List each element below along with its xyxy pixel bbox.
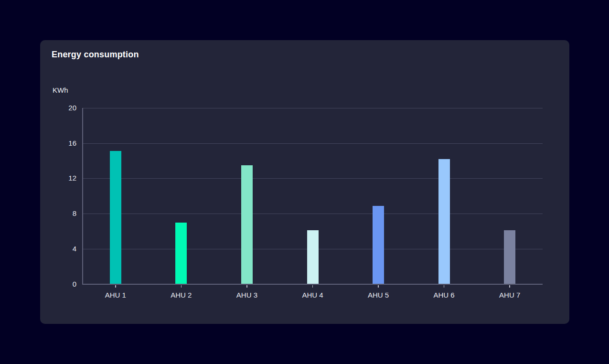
y-axis-tick-label: 0 <box>40 279 76 289</box>
dashboard-background: Energy consumption KWh 048121620AHU 1AHU… <box>0 0 609 364</box>
energy-bar-chart: KWh 048121620AHU 1AHU 2AHU 3AHU 4AHU 5AH… <box>40 40 569 324</box>
y-axis-tick-label: 12 <box>40 173 76 183</box>
gridline <box>83 178 543 179</box>
gridline <box>83 108 543 108</box>
x-axis-tick <box>181 285 182 288</box>
x-axis-label: AHU 6 <box>411 291 477 299</box>
x-axis-tick <box>509 285 510 288</box>
bar-ahu-1[interactable] <box>110 151 121 284</box>
x-axis-label: AHU 7 <box>477 291 543 299</box>
y-axis-unit-label: KWh <box>53 86 68 94</box>
bar-ahu-3[interactable] <box>241 165 253 284</box>
bar-ahu-7[interactable] <box>504 230 515 284</box>
x-axis-tick <box>115 285 116 288</box>
x-axis-tick <box>378 285 379 288</box>
gridline <box>83 143 543 144</box>
y-axis-tick-label: 4 <box>40 244 76 254</box>
x-axis-tick <box>246 285 247 288</box>
x-axis-tick <box>312 285 313 288</box>
bar-ahu-5[interactable] <box>373 206 384 284</box>
x-axis-label: AHU 5 <box>345 291 411 299</box>
y-axis-tick-label: 8 <box>40 209 76 218</box>
bar-ahu-4[interactable] <box>307 230 319 284</box>
y-axis-tick-label: 16 <box>40 139 76 148</box>
bar-ahu-6[interactable] <box>438 159 450 284</box>
x-axis-label: AHU 3 <box>214 291 280 299</box>
x-axis-label: AHU 2 <box>149 291 214 299</box>
bar-ahu-2[interactable] <box>175 223 187 284</box>
x-axis-label: AHU 1 <box>83 291 149 299</box>
gridline <box>83 214 543 214</box>
x-axis-label: AHU 4 <box>280 291 346 299</box>
x-axis-line <box>82 284 543 285</box>
x-axis-tick <box>444 285 445 288</box>
y-axis-tick-label: 20 <box>40 103 76 113</box>
y-axis-line <box>82 108 83 285</box>
energy-consumption-card: Energy consumption KWh 048121620AHU 1AHU… <box>40 40 569 324</box>
